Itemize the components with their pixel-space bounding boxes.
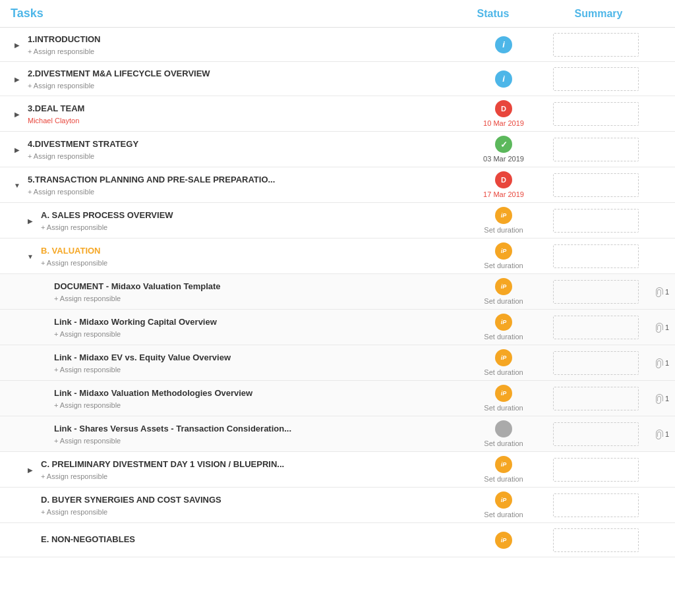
summary-box[interactable] [553,244,639,268]
task-info: C. PRELIMINARY DIVESTMENT DAY 1 VISION /… [41,459,284,480]
task-attachment-empty [649,203,675,238]
task-subtitle: + Assign responsible [41,259,107,267]
task-title[interactable]: D. BUYER SYNERGIES AND COST SAVINGS [41,494,221,506]
task-title[interactable]: 2.DIVESTMENT M&A LIFECYCLE OVERVIEW [28,68,210,80]
chevron-right-icon[interactable] [24,214,37,227]
task-left: 1.INTRODUCTION + Assign responsible [0,28,464,61]
task-title[interactable]: Link - Midaxo EV vs. Equity Value Overvi… [54,352,231,364]
task-row: DOCUMENT - Midaxo Valuation Template + A… [0,274,675,310]
header-tasks: Tasks [11,7,454,20]
task-title[interactable]: Link - Midaxo Valuation Methodologies Ov… [54,387,252,399]
summary-box[interactable] [553,280,639,304]
summary-box[interactable] [553,387,639,410]
status-badge-ip: iP [495,278,512,295]
task-title[interactable]: Link - Shares Versus Assets - Transactio… [54,423,291,435]
task-title[interactable]: 1.INTRODUCTION [28,34,101,45]
task-row: 3.DEAL TEAM Michael Clayton D 10 Mar 201… [0,96,675,132]
summary-box[interactable] [553,351,639,375]
task-subtitle: Michael Clayton [28,117,84,125]
status-duration[interactable]: Set duration [484,262,523,269]
task-attachment-empty [649,452,675,487]
task-left: 4.DIVESTMENT STRATEGY + Assign responsib… [0,132,464,167]
task-title[interactable]: Link - Midaxo Working Capital Overview [54,316,217,328]
chevron-right-icon[interactable] [11,38,24,51]
summary-box[interactable] [553,138,639,161]
task-title[interactable]: B. VALUATION [41,245,107,257]
summary-box[interactable] [553,422,639,446]
task-info: DOCUMENT - Midaxo Valuation Template + A… [54,281,221,302]
chevron-right-icon[interactable] [24,463,37,476]
task-row: Link - Midaxo EV vs. Equity Value Overvi… [0,345,675,381]
chevron-right-icon[interactable] [11,143,24,156]
task-attachment[interactable]: 1 [649,416,675,451]
task-title[interactable]: 4.DIVESTMENT STRATEGY [28,138,138,150]
task-info: 2.DIVESTMENT M&A LIFECYCLE OVERVIEW + As… [28,68,210,89]
status-duration[interactable]: Set duration [484,439,523,447]
summary-box[interactable] [553,33,639,57]
task-row: 2.DIVESTMENT M&A LIFECYCLE OVERVIEW + As… [0,62,675,96]
summary-box[interactable] [553,173,639,197]
task-status: iP Set duration [464,381,543,416]
task-row: Link - Shares Versus Assets - Transactio… [0,416,675,452]
task-subtitle: + Assign responsible [54,330,217,338]
task-title[interactable]: A. SALES PROCESS OVERVIEW [41,210,173,221]
task-attachment[interactable]: 1 [649,310,675,345]
task-summary [543,238,649,273]
task-info: 1.INTRODUCTION + Assign responsible [28,34,101,55]
task-subtitle: + Assign responsible [54,366,231,374]
status-badge-ip: iP [495,456,512,473]
summary-box[interactable] [553,458,639,482]
task-title[interactable]: C. PRELIMINARY DIVESTMENT DAY 1 VISION /… [41,459,284,470]
task-attachment-empty [649,132,675,167]
task-status: iP Set duration [464,488,543,522]
task-status: D 17 Mar 2019 [464,167,543,202]
chevron-right-icon[interactable] [11,107,24,121]
task-attachment[interactable]: 1 [649,345,675,380]
task-info: Link - Midaxo Working Capital Overview +… [54,316,217,337]
task-info: A. SALES PROCESS OVERVIEW + Assign respo… [41,210,173,231]
task-info: D. BUYER SYNERGIES AND COST SAVINGS + As… [41,494,221,515]
summary-box[interactable] [553,528,639,552]
task-title[interactable]: 5.TRANSACTION PLANNING AND PRE-SALE PREP… [28,174,275,186]
task-status: iP Set duration [464,345,543,380]
status-badge-ip: iP [495,349,512,366]
task-attachment[interactable]: 1 [649,381,675,416]
summary-box[interactable] [553,67,639,91]
page-container: Tasks Status Summary 1.INTRODUCTION + As… [0,0,675,616]
task-summary [543,28,649,61]
attachment-icon: 1 [655,358,669,368]
task-subtitle: + Assign responsible [54,437,291,445]
task-info: B. VALUATION + Assign responsible [41,245,107,266]
task-summary [543,132,649,167]
chevron-right-icon[interactable] [11,72,24,86]
chevron-down-icon[interactable] [24,250,37,263]
status-duration[interactable]: Set duration [484,511,523,518]
task-title[interactable]: E. NON-NEGOTIABLES [41,534,135,546]
task-subtitle: + Assign responsible [28,188,275,196]
task-info: E. NON-NEGOTIABLES [41,534,135,546]
task-left: E. NON-NEGOTIABLES [0,523,464,557]
task-attachment[interactable]: 1 [649,274,675,309]
status-duration[interactable]: Set duration [484,226,523,234]
task-info: Link - Shares Versus Assets - Transactio… [54,423,291,444]
status-duration[interactable]: Set duration [484,297,523,305]
status-duration[interactable]: Set duration [484,333,523,341]
task-left: 2.DIVESTMENT M&A LIFECYCLE OVERVIEW + As… [0,62,464,96]
summary-box[interactable] [553,316,639,339]
status-duration[interactable]: Set duration [484,368,523,376]
header-summary: Summary [533,8,664,20]
task-title[interactable]: 3.DEAL TEAM [28,103,84,115]
task-status: iP Set duration [464,452,543,487]
attachment-icon: 1 [655,287,669,297]
status-duration[interactable]: Set duration [484,475,523,483]
task-status: Set duration [464,416,543,451]
task-left: 3.DEAL TEAM Michael Clayton [0,96,464,131]
summary-box[interactable] [553,493,639,517]
chevron-down-icon[interactable] [11,179,24,192]
summary-box[interactable] [553,209,639,233]
task-row: B. VALUATION + Assign responsible iP Set… [0,238,675,274]
summary-box[interactable] [553,102,639,126]
task-title[interactable]: DOCUMENT - Midaxo Valuation Template [54,281,221,293]
status-duration[interactable]: Set duration [484,404,523,412]
status-badge-d: D [495,100,512,117]
